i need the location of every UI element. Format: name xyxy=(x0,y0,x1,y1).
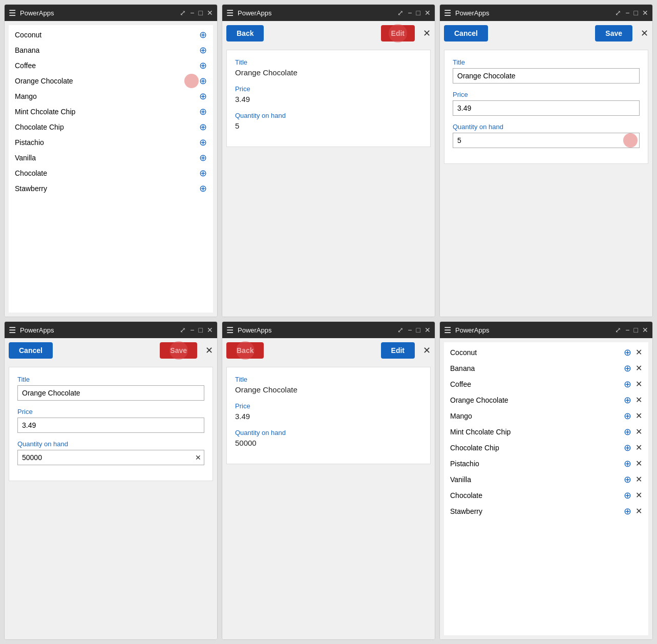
price-input-4[interactable] xyxy=(17,418,204,433)
list-item-orange-chocolate[interactable]: Orange Chocolate ⊕ xyxy=(9,73,213,89)
list-item[interactable]: Mango ⊕ xyxy=(9,89,213,104)
list-item[interactable]: Vanilla ⊕ xyxy=(9,150,213,165)
edit-button-2[interactable]: Edit xyxy=(381,25,415,41)
close-icon-3[interactable]: ✕ xyxy=(642,9,648,17)
close-edit-3[interactable]: ✕ xyxy=(641,28,648,39)
hamburger-icon-2[interactable]: ☰ xyxy=(226,8,234,18)
nav-icon[interactable]: ⊕ xyxy=(199,30,207,39)
list-item[interactable]: Mint Chcolate Chip ⊕ ✕ xyxy=(444,424,648,440)
list-item[interactable]: Chocolate Chip ⊕ xyxy=(9,119,213,135)
close-icon-5[interactable]: ✕ xyxy=(425,326,431,334)
list-close-icon[interactable]: ✕ xyxy=(635,427,642,437)
close-icon-1[interactable]: ✕ xyxy=(207,9,213,17)
qty-input-4[interactable] xyxy=(17,450,204,465)
nav-icon[interactable]: ⊕ xyxy=(624,380,631,389)
close-edit-4[interactable]: ✕ xyxy=(205,345,213,356)
list-item[interactable]: Stawberry ⊕ ✕ xyxy=(444,503,648,519)
hamburger-icon-1[interactable]: ☰ xyxy=(9,8,16,18)
title-input-3[interactable] xyxy=(453,68,640,84)
close-icon-6[interactable]: ✕ xyxy=(642,326,648,334)
list-close-icon[interactable]: ✕ xyxy=(635,411,642,421)
expand-icon-5[interactable]: ⤢ xyxy=(397,326,404,334)
nav-icon[interactable]: ⊕ xyxy=(199,92,207,101)
maximize-icon-3[interactable]: □ xyxy=(634,9,638,17)
nav-icon[interactable]: ⊕ xyxy=(624,443,631,452)
list-item[interactable]: Stawberry ⊕ xyxy=(9,181,213,196)
maximize-icon-5[interactable]: □ xyxy=(416,326,420,334)
list-item[interactable]: Chocolate ⊕ ✕ xyxy=(444,487,648,503)
close-detail-2[interactable]: ✕ xyxy=(423,28,431,39)
hamburger-icon-4[interactable]: ☰ xyxy=(9,325,16,335)
list-close-icon[interactable]: ✕ xyxy=(635,395,642,405)
nav-icon[interactable]: ⊕ xyxy=(199,153,207,162)
nav-icon[interactable]: ⊕ xyxy=(624,475,631,484)
nav-icon[interactable]: ⊕ xyxy=(199,138,207,147)
list-close-icon[interactable]: ✕ xyxy=(635,506,642,516)
maximize-icon-6[interactable]: □ xyxy=(634,326,638,334)
nav-icon[interactable]: ⊕ xyxy=(199,107,207,116)
list-close-icon[interactable]: ✕ xyxy=(635,459,642,468)
list-close-icon[interactable]: ✕ xyxy=(635,363,642,373)
expand-icon-1[interactable]: ⤢ xyxy=(180,9,186,17)
maximize-icon-1[interactable]: □ xyxy=(199,9,203,17)
expand-icon-4[interactable]: ⤢ xyxy=(180,326,186,334)
nav-icon[interactable]: ⊕ xyxy=(199,122,207,132)
list-item[interactable]: Pistachio ⊕ xyxy=(9,135,213,150)
close-icon-4[interactable]: ✕ xyxy=(207,326,213,334)
save-button-3[interactable]: Save xyxy=(595,25,632,41)
list-item[interactable]: Pistachio ⊕ ✕ xyxy=(444,455,648,471)
expand-icon-2[interactable]: ⤢ xyxy=(397,9,404,17)
minimize-icon-1[interactable]: − xyxy=(190,9,194,17)
close-icon-2[interactable]: ✕ xyxy=(425,9,431,17)
cancel-button-3[interactable]: Cancel xyxy=(444,25,488,41)
cancel-button-4[interactable]: Cancel xyxy=(9,342,53,359)
close-detail-5[interactable]: ✕ xyxy=(423,345,431,356)
price-input-3[interactable] xyxy=(453,100,640,116)
list-close-icon[interactable]: ✕ xyxy=(635,443,642,452)
minimize-icon-5[interactable]: − xyxy=(408,326,412,334)
list-item[interactable]: Orange Chocolate ⊕ ✕ xyxy=(444,392,648,408)
nav-icon[interactable]: ⊕ xyxy=(624,411,631,421)
hamburger-icon-3[interactable]: ☰ xyxy=(444,8,451,18)
title-input-4[interactable] xyxy=(17,385,204,401)
nav-icon[interactable]: ⊕ xyxy=(624,507,631,516)
nav-icon[interactable]: ⊕ xyxy=(199,46,207,55)
nav-icon[interactable]: ⊕ xyxy=(624,491,631,500)
list-item[interactable]: Chocolate Chip ⊕ ✕ xyxy=(444,440,648,455)
list-item[interactable]: Mint Chcolate Chip ⊕ xyxy=(9,104,213,119)
hamburger-icon-6[interactable]: ☰ xyxy=(444,325,451,335)
nav-icon[interactable]: ⊕ xyxy=(624,459,631,468)
list-item[interactable]: Banana ⊕ xyxy=(9,43,213,58)
list-close-icon[interactable]: ✕ xyxy=(635,379,642,389)
save-button-4[interactable]: Save xyxy=(160,342,197,359)
list-item[interactable]: Mango ⊕ ✕ xyxy=(444,408,648,424)
list-item[interactable]: Banana ⊕ ✕ xyxy=(444,360,648,376)
expand-icon-3[interactable]: ⤢ xyxy=(615,9,621,17)
minimize-icon-3[interactable]: − xyxy=(625,9,629,17)
nav-icon[interactable]: ⊕ xyxy=(624,348,631,357)
maximize-icon-4[interactable]: □ xyxy=(199,326,203,334)
list-item[interactable]: Coconut ⊕ ✕ xyxy=(444,344,648,360)
minimize-icon-6[interactable]: − xyxy=(625,326,629,334)
list-close-icon[interactable]: ✕ xyxy=(635,474,642,484)
list-close-icon[interactable]: ✕ xyxy=(635,347,642,357)
minimize-icon-4[interactable]: − xyxy=(190,326,194,334)
nav-icon[interactable]: ⊕ xyxy=(624,364,631,373)
list-item[interactable]: Coffee ⊕ xyxy=(9,58,213,73)
nav-icon[interactable]: ⊕ xyxy=(199,61,207,70)
nav-icon[interactable]: ⊕ xyxy=(199,184,207,193)
expand-icon-6[interactable]: ⤢ xyxy=(615,326,621,334)
nav-icon[interactable]: ⊕ xyxy=(199,76,207,86)
qty-input-3[interactable] xyxy=(453,133,640,148)
maximize-icon-2[interactable]: □ xyxy=(416,9,420,17)
list-close-icon[interactable]: ✕ xyxy=(635,490,642,500)
back-button-5[interactable]: Back xyxy=(226,342,264,359)
edit-button-5[interactable]: Edit xyxy=(381,342,415,359)
list-item[interactable]: Coconut ⊕ xyxy=(9,27,213,43)
qty-clear-4[interactable]: ✕ xyxy=(195,453,201,462)
back-button-2[interactable]: Back xyxy=(226,25,264,41)
nav-icon[interactable]: ⊕ xyxy=(624,396,631,405)
hamburger-icon-5[interactable]: ☰ xyxy=(226,325,234,335)
nav-icon[interactable]: ⊕ xyxy=(199,169,207,178)
list-item[interactable]: Vanilla ⊕ ✕ xyxy=(444,471,648,487)
